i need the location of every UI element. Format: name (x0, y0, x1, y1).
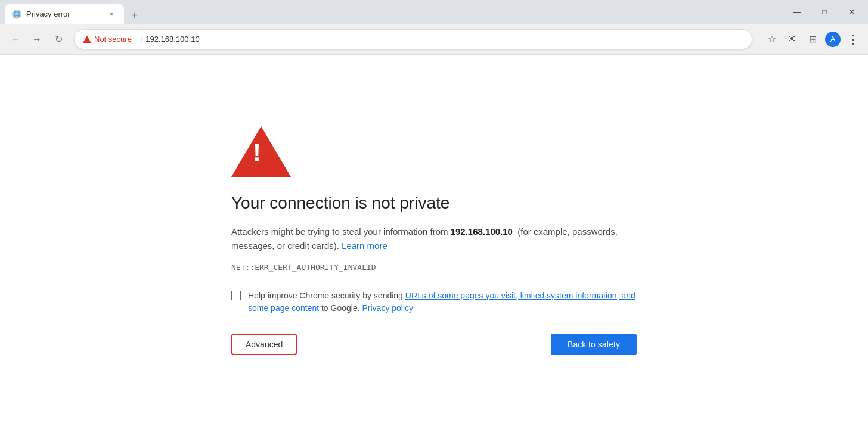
security-report-checkbox-row: Help improve Chrome security by sending … (231, 290, 637, 315)
tab-favicon: 🌐 (12, 10, 21, 19)
checkbox-pre-text: Help improve Chrome security by sending (248, 291, 405, 300)
back-to-safety-button[interactable]: Back to safety (551, 334, 637, 355)
security-report-checkbox[interactable] (231, 291, 241, 300)
browser-menu-button[interactable]: ⋮ (844, 30, 862, 48)
new-tab-button[interactable]: + (126, 7, 143, 24)
error-code: NET::ERR_CERT_AUTHORITY_INVALID (231, 263, 637, 272)
not-secure-badge: Not secure (83, 35, 132, 43)
error-title: Your connection is not private (231, 194, 637, 213)
title-bar: 🌐 Privacy error × + — □ ✕ (0, 0, 868, 24)
learn-more-link[interactable]: Learn more (342, 241, 388, 251)
warning-triangle-icon (231, 126, 291, 177)
url-display: 192.168.100.10 (145, 35, 199, 43)
tab-close-button[interactable]: × (106, 9, 117, 20)
page-content: Your connection is not private Attackers… (0, 55, 868, 426)
browser-window: 🌐 Privacy error × + — □ ✕ ← → ↻ Not secu… (0, 0, 868, 426)
profile-avatar[interactable]: A (824, 30, 842, 48)
checkbox-mid-text: to Google. (319, 303, 360, 313)
url-separator: | (140, 35, 142, 43)
privacy-policy-link[interactable]: Privacy policy (362, 303, 413, 313)
back-button[interactable]: ← (6, 30, 25, 49)
extension-icon[interactable]: 👁 (783, 30, 801, 48)
tab-area: 🌐 Privacy error × + (0, 0, 143, 24)
forward-button[interactable]: → (27, 30, 46, 49)
bookmark-icon[interactable]: ☆ (763, 30, 781, 48)
address-bar-icons: ☆ 👁 ⊞ A ⋮ (762, 30, 863, 48)
close-button[interactable]: ✕ (838, 0, 866, 24)
refresh-button[interactable]: ↻ (49, 30, 68, 49)
user-avatar-circle: A (825, 32, 841, 47)
browser-tab[interactable]: 🌐 Privacy error × (5, 4, 124, 24)
error-description: Attackers might be trying to steal your … (231, 225, 637, 253)
address-input[interactable]: Not secure | 192.168.100.10 (74, 29, 752, 49)
office-icon[interactable]: ⊞ (804, 30, 822, 48)
warning-triangle-icon (83, 36, 91, 43)
description-pre-text: Attackers might be trying to steal your … (231, 226, 451, 237)
checkbox-label: Help improve Chrome security by sending … (248, 290, 637, 315)
description-url: 192.168.100.10 (451, 226, 513, 237)
address-bar: ← → ↻ Not secure | 192.168.100.10 ☆ 👁 ⊞ … (0, 24, 868, 55)
tab-title: Privacy error (26, 10, 103, 18)
maximize-button[interactable]: □ (811, 0, 838, 24)
button-row: Advanced Back to safety (231, 334, 637, 355)
not-secure-text: Not secure (94, 35, 132, 43)
error-container: Your connection is not private Attackers… (207, 114, 661, 367)
minimize-button[interactable]: — (783, 0, 811, 24)
window-controls: — □ ✕ (783, 0, 868, 24)
advanced-button[interactable]: Advanced (231, 334, 297, 355)
